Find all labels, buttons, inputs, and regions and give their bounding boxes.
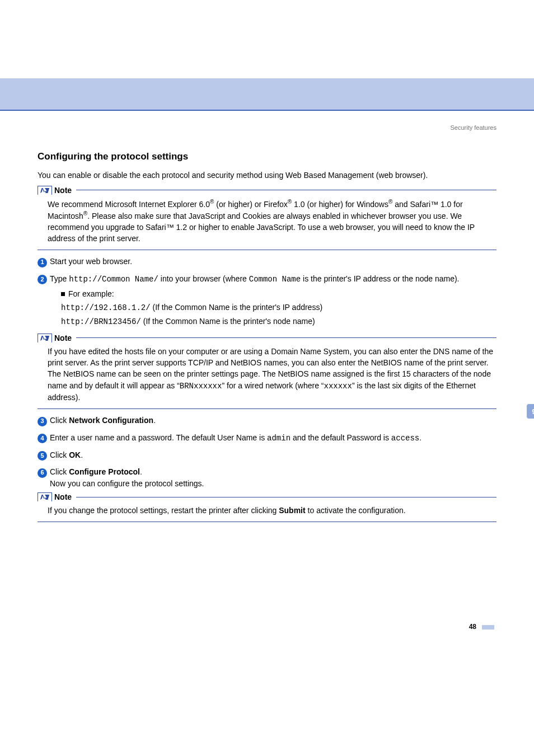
step-bullet-2: 2 — [38, 275, 47, 284]
note-divider — [76, 497, 496, 497]
step-bullet-3: 3 — [38, 417, 47, 426]
step-1-text: Start your web browser. — [50, 256, 496, 267]
note-3-body: If you change the protocol settings, res… — [38, 503, 496, 522]
page-number: 48 — [469, 623, 476, 631]
note-2-body: If you have edited the hosts file on you… — [38, 344, 496, 409]
intro-text: You can enable or disable the each proto… — [38, 170, 496, 181]
page-title: Configuring the protocol settings — [38, 151, 496, 162]
step-bullet-5: 5 — [38, 451, 47, 461]
breadcrumb: Security features — [38, 124, 496, 131]
note-2: Note If you have edited the hosts file o… — [38, 334, 496, 409]
step-6: 6 Click Configure Protocol. Now you can … — [38, 466, 496, 489]
step-6-text: Click Configure Protocol. Now you can co… — [50, 466, 496, 489]
step-4: 4 Enter a user name and a password. The … — [38, 432, 496, 444]
note-label: Note — [54, 492, 72, 501]
step-3: 3 Click Network Configuration. — [38, 415, 496, 426]
for-example-label: For example: — [61, 288, 496, 299]
example-url-1: http://192.168.1.2/ (If the Common Name … — [61, 302, 496, 313]
note-1-body: We recommend Microsoft Internet Explorer… — [38, 196, 496, 251]
note-icon — [38, 186, 52, 195]
note-divider — [76, 190, 496, 190]
step-bullet-6: 6 — [38, 468, 47, 478]
note-1: Note We recommend Microsoft Internet Exp… — [38, 186, 496, 251]
chapter-tab: 9 — [527, 404, 534, 419]
step-bullet-4: 4 — [38, 434, 47, 443]
step-2-text: Type http://Common Name/ into your brows… — [50, 273, 496, 330]
step-5-text: Click OK. — [50, 449, 496, 461]
step-bullet-1: 1 — [38, 258, 47, 267]
note-3: Note If you change the protocol settings… — [38, 492, 496, 522]
footer-swatch — [482, 625, 494, 630]
note-label: Note — [54, 186, 72, 195]
step-2: 2 Type http://Common Name/ into your bro… — [38, 273, 496, 330]
example-url-2: http://BRN123456/ (If the Common Name is… — [61, 316, 496, 327]
header-bar — [0, 78, 534, 111]
step-1: 1 Start your web browser. — [38, 256, 496, 267]
step-5: 5 Click OK. — [38, 449, 496, 461]
step-3-text: Click Network Configuration. — [50, 415, 496, 426]
page-footer: 48 — [38, 623, 496, 631]
page-content: 9 Security features Configuring the prot… — [26, 124, 508, 631]
step-4-text: Enter a user name and a password. The de… — [50, 432, 496, 444]
note-divider — [76, 337, 496, 338]
note-icon — [38, 334, 52, 342]
note-label: Note — [54, 334, 72, 342]
note-icon — [38, 492, 52, 501]
